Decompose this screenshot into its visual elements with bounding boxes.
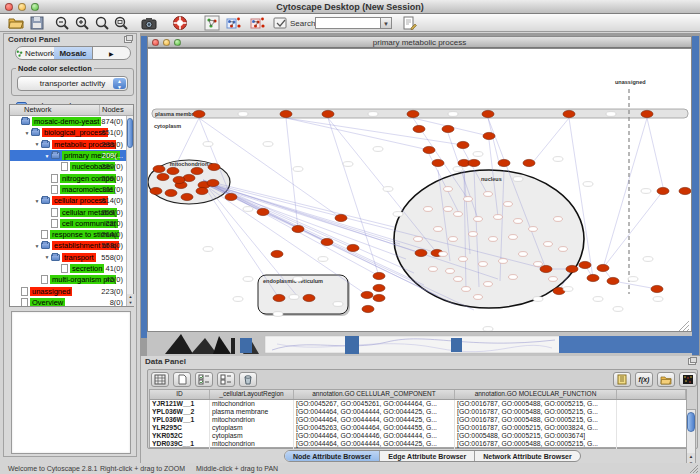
table-scrollbar[interactable]: ▲▼ — [686, 409, 696, 468]
network-node[interactable] — [335, 214, 347, 221]
tree-item[interactable]: response to stimulu264(0) — [10, 229, 126, 240]
network-node[interactable] — [679, 187, 691, 194]
network-node[interactable] — [434, 227, 443, 232]
zoom-selected-region-icon[interactable] — [94, 15, 110, 31]
network-node[interactable] — [207, 179, 219, 186]
import-attributes-icon[interactable] — [657, 372, 675, 387]
tab-edge-attribute-browser[interactable]: Edge Attribute Browser — [380, 451, 475, 461]
network-node[interactable] — [587, 274, 599, 281]
tree-expander-icon[interactable]: ▼ — [43, 153, 51, 159]
network-node[interactable] — [534, 262, 543, 267]
create-network-icon[interactable] — [204, 15, 220, 31]
network-node[interactable] — [225, 193, 237, 200]
network-node[interactable] — [444, 207, 453, 212]
network-node[interactable] — [468, 159, 480, 166]
network-node[interactable] — [509, 275, 518, 280]
new-attribute-icon[interactable] — [173, 372, 191, 387]
network-node[interactable] — [280, 110, 292, 117]
network-node[interactable] — [167, 167, 179, 174]
tree-item[interactable]: ▼establishment of lo558(0) — [10, 240, 126, 251]
network-node[interactable] — [446, 269, 455, 274]
tree-scrollbar-thumb[interactable] — [127, 118, 133, 148]
network-canvas[interactable]: plasma membranecytoplasmnucleusmitochond… — [148, 49, 691, 331]
network-node[interactable] — [321, 238, 333, 245]
network-node[interactable] — [657, 187, 669, 194]
network-node[interactable] — [597, 264, 609, 271]
node-color-dropdown[interactable]: transporter activity ▲▼ — [17, 76, 128, 91]
network-node[interactable] — [457, 141, 469, 148]
table-header-row[interactable]: ID_cellularLayoutRegionannotation.GO CEL… — [150, 390, 686, 400]
network-node[interactable] — [607, 277, 619, 284]
table-row[interactable]: YDR039C__1mitochondrion[GO:0044464, GO:0… — [150, 440, 686, 448]
tree-expander-icon[interactable]: ▼ — [23, 130, 31, 136]
network-node[interactable] — [454, 277, 463, 282]
network-node[interactable] — [579, 261, 591, 268]
network-node[interactable] — [494, 215, 503, 220]
network-node[interactable] — [423, 146, 435, 153]
network-node[interactable] — [407, 110, 419, 117]
column-header[interactable]: annotation.GO MOLECULAR_FUNCTION — [455, 390, 617, 399]
network-node[interactable] — [150, 187, 162, 194]
column-header[interactable]: ID — [150, 390, 210, 399]
network-node[interactable] — [347, 244, 359, 251]
network-node[interactable] — [523, 159, 535, 166]
table-row[interactable]: YPL036W__2plasma membrane[GO:0044464, GO… — [150, 408, 686, 416]
network-node[interactable] — [373, 272, 385, 279]
tab-overflow-arrow[interactable]: ▶ — [92, 47, 130, 59]
tree-item[interactable]: ▼cellular process614(0) — [10, 195, 126, 206]
table-row[interactable]: YJR121W__1mitochondrion[GO:0045267, GO:0… — [150, 400, 686, 408]
network-node[interactable] — [641, 110, 653, 117]
network-node[interactable] — [454, 212, 463, 217]
open-folder-icon[interactable] — [8, 15, 24, 31]
attribute-table-icon[interactable] — [151, 372, 169, 387]
tab-network-attribute-browser[interactable]: Network Attribute Browser — [475, 451, 579, 461]
tab-network[interactable]: Network — [16, 47, 54, 59]
network-node[interactable] — [484, 192, 493, 197]
zoom-fit-icon[interactable] — [113, 15, 129, 31]
network-node[interactable] — [519, 252, 528, 257]
help-lifebuoy-icon[interactable] — [172, 15, 188, 31]
network-node[interactable] — [273, 294, 285, 301]
node-attribute-table[interactable]: ID_cellularLayoutRegionannotation.GO CEL… — [149, 389, 687, 448]
network-node[interactable] — [540, 265, 552, 272]
network-node[interactable] — [566, 265, 578, 272]
network-node[interactable] — [257, 208, 269, 215]
network-node[interactable] — [469, 232, 478, 237]
network-node[interactable] — [479, 262, 488, 267]
network-node[interactable] — [563, 110, 575, 117]
network-node[interactable] — [415, 249, 427, 256]
network-node[interactable] — [271, 250, 283, 257]
tree-item[interactable]: ▼metabolic process280(0) — [10, 139, 126, 150]
network-node[interactable] — [529, 227, 538, 232]
table-row[interactable]: YPL036W__1mitochondrion[GO:0044464, GO:0… — [150, 416, 686, 424]
tree-item[interactable]: multi-organism pro42(0) — [10, 274, 126, 285]
network-node[interactable] — [432, 159, 444, 166]
tree-item[interactable]: ▼transport558(0) — [10, 252, 126, 263]
save-icon[interactable] — [29, 15, 45, 31]
network-node[interactable] — [181, 193, 193, 200]
network-node[interactable] — [414, 237, 423, 242]
tree-expander-icon[interactable]: ▼ — [33, 141, 41, 147]
tree-item[interactable]: nitrogen compo209(0) — [10, 172, 126, 183]
network-node[interactable] — [413, 125, 425, 132]
tree-expander-icon[interactable]: ▼ — [33, 198, 41, 204]
snapshot-icon[interactable] — [141, 15, 157, 31]
network-node[interactable] — [482, 110, 494, 117]
zoom-out-icon[interactable] — [54, 15, 70, 31]
network-node[interactable] — [559, 247, 568, 252]
tree-item[interactable]: unassigned223(0) — [10, 285, 126, 296]
select-attributes-icon[interactable] — [195, 372, 213, 387]
network-node[interactable] — [196, 187, 208, 194]
tree-item[interactable]: Overview8(0) — [10, 297, 126, 306]
tree-expander-icon[interactable]: ▼ — [43, 254, 51, 260]
network-node[interactable] — [157, 173, 169, 180]
network-node[interactable] — [373, 284, 385, 291]
network-node[interactable] — [429, 267, 438, 272]
search-options-icon[interactable] — [402, 15, 418, 31]
network-node[interactable] — [498, 159, 510, 166]
network-node[interactable] — [459, 257, 468, 262]
tree-item[interactable]: ▼primary metabol209(... — [10, 150, 126, 161]
table-scrollbar-thumb[interactable] — [687, 412, 695, 432]
birdseye-view[interactable] — [11, 311, 131, 454]
tree-item[interactable]: cell communicat22(0) — [10, 218, 126, 229]
